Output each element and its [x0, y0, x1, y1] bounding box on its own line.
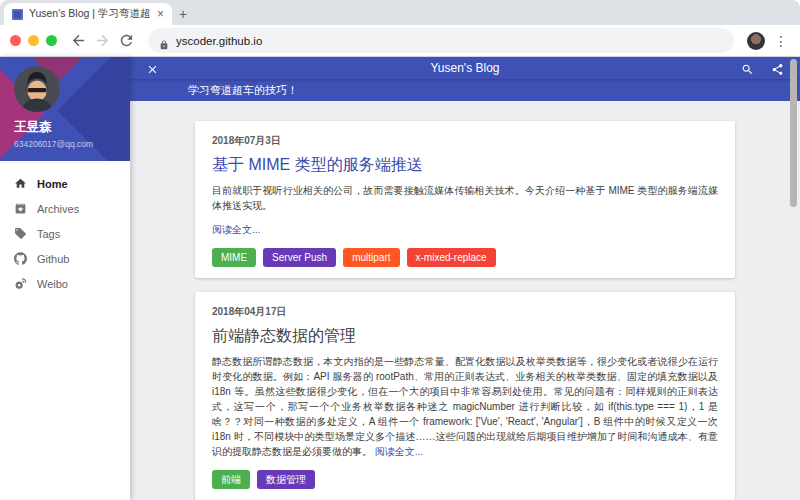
back-button[interactable] [70, 32, 87, 49]
sidebar-nav: Home Archives Tags [0, 161, 130, 296]
window-minimize-button[interactable] [28, 35, 39, 46]
post-excerpt-text: 静态数据所谓静态数据，本文内指的是一些静态常量、配置化数据以及枚举类数据等，很少… [212, 356, 718, 457]
blog-title: Yusen's Blog [130, 61, 800, 75]
post-list: 2018年07月3日 基于 MIME 类型的服务端推送 目前就职于视听行业相关的… [130, 101, 800, 500]
reload-button[interactable] [118, 32, 135, 49]
weibo-icon [14, 277, 27, 290]
tag-chip[interactable]: 前端 [212, 470, 250, 489]
search-icon[interactable] [741, 62, 754, 75]
post-title-link[interactable]: 基于 MIME 类型的服务端推送 [212, 155, 718, 176]
post-card: 2018年04月17日 前端静态数据的管理 静态数据所谓静态数据，本文内指的是一… [195, 292, 735, 500]
profile-email: 634206017@qq.com [14, 139, 130, 149]
sidebar-item-label: Github [37, 253, 69, 265]
post-tags: MIME Server Push multipart x-mixed-repla… [212, 248, 718, 267]
sidebar-item-archives[interactable]: Archives [0, 196, 130, 221]
sidebar-item-label: Weibo [37, 278, 68, 290]
tag-chip[interactable]: MIME [212, 248, 256, 267]
sidebar-item-label: Home [37, 178, 68, 190]
sidebar-item-github[interactable]: Github [0, 246, 130, 271]
post-excerpt: 目前就职于视听行业相关的公司，故而需要接触流媒体传输相关技术。今天介绍一种基于 … [212, 183, 718, 213]
window-zoom-button[interactable] [46, 35, 57, 46]
post-card: 2018年07月3日 基于 MIME 类型的服务端推送 目前就职于视听行业相关的… [195, 121, 735, 278]
window-close-button[interactable] [10, 35, 21, 46]
post-excerpt: 静态数据所谓静态数据，本文内指的是一些静态常量、配置化数据以及枚举类数据等，很少… [212, 354, 718, 459]
forward-button[interactable] [94, 32, 111, 49]
sidebar-item-weibo[interactable]: Weibo [0, 271, 130, 296]
read-more-link[interactable]: 阅读全文... [212, 223, 718, 237]
github-icon [14, 252, 27, 265]
share-icon[interactable] [771, 62, 784, 75]
scrollbar-thumb[interactable] [790, 59, 797, 207]
browser-profile-avatar[interactable] [747, 32, 765, 50]
sidebar-header: 王昱森 634206017@qq.com [0, 57, 130, 161]
blog-appbar: Yusen's Blog [130, 57, 800, 79]
tag-chip[interactable]: x-mixed-replace [407, 248, 496, 267]
browser-tab-bar: Yusen's Blog | 学习弯道超车的... × + [0, 0, 800, 25]
sidebar-item-label: Archives [37, 203, 79, 215]
tab-title: Yusen's Blog | 学习弯道超车的... [29, 7, 151, 21]
sidebar-item-home[interactable]: Home [0, 171, 130, 196]
browser-tab[interactable]: Yusen's Blog | 学习弯道超车的... × [4, 3, 172, 25]
post-date: 2018年04月17日 [212, 305, 718, 319]
main-area: Yusen's Blog 学习弯道超车的技巧！ 2018年07月3日 基 [130, 57, 800, 500]
lock-icon[interactable] [159, 36, 169, 46]
browser-window: Yusen's Blog | 学习弯道超车的... × + yscoder.gi… [0, 0, 800, 500]
sidebar-item-tags[interactable]: Tags [0, 221, 130, 246]
post-tags: 前端 数据管理 [212, 470, 718, 489]
page-scrollbar[interactable] [790, 57, 797, 500]
hero-banner: 学习弯道超车的技巧！ [130, 79, 800, 101]
tag-chip[interactable]: multipart [343, 248, 399, 267]
blog-sidebar: 王昱森 634206017@qq.com Home Archives [0, 57, 130, 500]
site-favicon-icon [12, 9, 23, 20]
address-bar[interactable]: yscoder.github.io [148, 28, 734, 53]
tag-icon [14, 227, 27, 240]
post-date: 2018年07月3日 [212, 134, 718, 148]
read-more-link[interactable]: 阅读全文... [375, 446, 423, 457]
browser-toolbar: yscoder.github.io ⋮ [0, 25, 800, 57]
profile-name: 王昱森 [14, 119, 130, 136]
blog-subtitle: 学习弯道超车的技巧！ [188, 83, 298, 98]
tab-close-icon[interactable]: × [157, 8, 164, 20]
appbar-actions [741, 62, 784, 75]
new-tab-button[interactable]: + [172, 3, 194, 25]
archive-icon [14, 202, 27, 215]
home-icon [14, 177, 27, 190]
tag-chip[interactable]: 数据管理 [257, 470, 315, 489]
avatar [14, 66, 60, 112]
browser-menu-icon[interactable]: ⋮ [772, 33, 790, 49]
post-title-link[interactable]: 前端静态数据的管理 [212, 326, 718, 347]
url-text: yscoder.github.io [176, 35, 262, 47]
tag-chip[interactable]: Server Push [263, 248, 336, 267]
page-viewport: 王昱森 634206017@qq.com Home Archives [0, 57, 800, 500]
sidebar-item-label: Tags [37, 228, 60, 240]
window-controls [10, 35, 57, 46]
